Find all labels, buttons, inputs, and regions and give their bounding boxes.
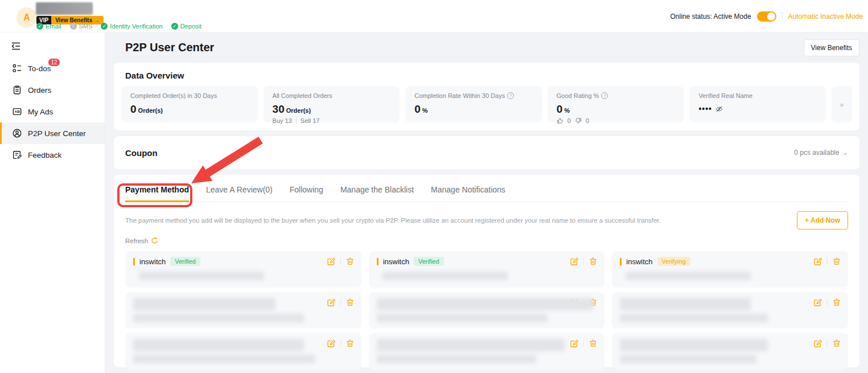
stat-value: 30 bbox=[273, 103, 285, 116]
payment-method-card-redacted bbox=[369, 333, 605, 370]
redacted-account-info bbox=[139, 272, 264, 280]
orders-icon bbox=[12, 85, 22, 95]
divider bbox=[583, 258, 584, 265]
status-badge: Verified bbox=[170, 257, 200, 266]
verification-sms: !SMS bbox=[70, 23, 93, 30]
tabs-row: Payment Method Leave A Review(0) Followi… bbox=[125, 185, 848, 202]
info-icon[interactable]: ? bbox=[507, 92, 514, 99]
online-status-toggle[interactable] bbox=[757, 11, 776, 22]
delete-icon[interactable] bbox=[345, 257, 355, 266]
divider bbox=[340, 299, 341, 306]
tab-payment-method[interactable]: Payment Method bbox=[125, 185, 189, 202]
redacted-account-info bbox=[620, 298, 751, 310]
info-icon[interactable]: ? bbox=[601, 92, 608, 99]
edit-icon[interactable] bbox=[327, 257, 336, 266]
payment-method-name: inswitch bbox=[383, 257, 409, 266]
check-icon: ✓ bbox=[171, 23, 178, 30]
thumbs-down-icon bbox=[575, 117, 582, 124]
masked-name: •••• bbox=[698, 104, 712, 113]
collapse-sidebar-icon[interactable] bbox=[10, 40, 22, 52]
status-badge: Verifying bbox=[657, 257, 690, 266]
sidebar-item-p2p-user-center[interactable]: P2P User Center bbox=[0, 122, 105, 144]
tab-manage-blacklist[interactable]: Manage the Blacklist bbox=[340, 185, 414, 202]
delete-icon[interactable] bbox=[345, 298, 355, 307]
sidebar-item-my-ads[interactable]: AD My Ads bbox=[0, 101, 105, 122]
sidebar-item-feedback[interactable]: Feedback bbox=[0, 144, 105, 166]
add-now-button[interactable]: + Add Now bbox=[797, 211, 848, 229]
redacted-account-info bbox=[377, 298, 593, 310]
sidebar-item-orders[interactable]: Orders bbox=[0, 79, 105, 101]
redacted-account-info bbox=[377, 355, 536, 363]
eye-off-icon[interactable] bbox=[715, 105, 723, 113]
delete-icon[interactable] bbox=[832, 257, 841, 266]
divider bbox=[827, 299, 828, 306]
payment-method-name: inswitch bbox=[626, 257, 652, 266]
delete-icon[interactable] bbox=[589, 339, 598, 348]
todos-icon bbox=[12, 63, 22, 73]
tab-leave-a-review[interactable]: Leave A Review(0) bbox=[206, 185, 273, 202]
divider bbox=[296, 118, 297, 124]
stat-card-completion-rate: Completion Rate Within 30 Days? 0% bbox=[405, 86, 542, 122]
sidebar-item-todos[interactable]: To-dos12 bbox=[0, 58, 105, 79]
stat-card-verified-real-name: Verified Real Name •••• bbox=[689, 86, 826, 122]
top-bar: A VIP View Benefits → ✓Email !SMS ✓Ident… bbox=[0, 0, 868, 32]
toggle-knob bbox=[767, 13, 775, 21]
payment-method-card: inswitch Verified bbox=[125, 251, 361, 288]
refresh-label: Refresh bbox=[125, 237, 148, 244]
edit-icon[interactable] bbox=[570, 257, 579, 266]
divider bbox=[782, 13, 783, 20]
redacted-account-info bbox=[626, 272, 751, 280]
todos-count-badge: 12 bbox=[48, 58, 60, 67]
tab-manage-notifications[interactable]: Manage Notifications bbox=[431, 185, 505, 202]
delete-icon[interactable] bbox=[345, 339, 355, 348]
divider bbox=[583, 340, 584, 347]
payment-method-card-redacted bbox=[369, 292, 605, 329]
refresh-button[interactable]: Refresh bbox=[125, 237, 848, 244]
automatic-inactive-mode-link[interactable]: Automatic Inactive Mode bbox=[788, 13, 863, 21]
refresh-icon bbox=[151, 237, 158, 244]
edit-icon[interactable] bbox=[327, 339, 336, 348]
stat-label: Completed Order(s) in 30 Days bbox=[130, 92, 249, 99]
coupon-available-link[interactable]: 0 pcs available → bbox=[794, 149, 848, 157]
edit-icon[interactable] bbox=[813, 257, 822, 266]
sidebar-item-label: Orders bbox=[28, 86, 51, 95]
redacted-account-info bbox=[133, 355, 315, 363]
payment-method-description: The payment method you add will be displ… bbox=[125, 217, 661, 224]
tab-following[interactable]: Following bbox=[290, 185, 323, 202]
edit-icon[interactable] bbox=[813, 298, 822, 307]
thumbs-up-count: 0 bbox=[567, 117, 571, 124]
edit-icon[interactable] bbox=[570, 339, 579, 348]
buy-count: Buy 13 bbox=[273, 117, 292, 124]
tabs-panel: Payment Method Leave A Review(0) Followi… bbox=[114, 175, 859, 367]
redacted-account-info bbox=[620, 314, 768, 322]
view-benefits-button[interactable]: View Benefits bbox=[804, 39, 860, 56]
edit-icon[interactable] bbox=[813, 339, 822, 348]
delete-icon[interactable] bbox=[832, 339, 841, 348]
check-icon: ✓ bbox=[101, 23, 108, 30]
avatar[interactable]: A bbox=[17, 7, 37, 28]
overview-expand-button[interactable]: » bbox=[832, 86, 852, 122]
payment-method-card-redacted bbox=[612, 292, 848, 329]
online-status-label: Online status: Active Mode bbox=[670, 13, 751, 21]
divider bbox=[340, 258, 341, 265]
verification-label: Deposit bbox=[180, 23, 201, 30]
data-overview-panel: Data Overview Completed Order(s) in 30 D… bbox=[114, 63, 859, 130]
payment-methods-grid: inswitch Verified inswitch Verified bbox=[125, 251, 848, 370]
main-content: P2P User Center View Benefits Data Overv… bbox=[105, 32, 868, 373]
sidebar-item-label: My Ads bbox=[28, 108, 53, 116]
payment-method-card-redacted bbox=[125, 333, 361, 370]
redacted-account-info bbox=[620, 339, 768, 351]
stat-label: Good Rating % bbox=[557, 92, 599, 99]
delete-icon[interactable] bbox=[832, 298, 841, 307]
stat-label: Completion Rate Within 30 Days bbox=[414, 92, 505, 99]
user-center-icon bbox=[12, 128, 22, 138]
edit-icon[interactable] bbox=[327, 298, 336, 307]
stat-unit: % bbox=[564, 107, 570, 114]
divider bbox=[827, 340, 828, 347]
coupon-panel: Coupon 0 pcs available → bbox=[114, 136, 859, 169]
divider bbox=[340, 340, 341, 347]
accent-bar bbox=[377, 258, 379, 265]
data-overview-title: Data Overview bbox=[125, 71, 852, 80]
sell-count: Sell 17 bbox=[301, 117, 320, 124]
delete-icon[interactable] bbox=[589, 257, 598, 266]
